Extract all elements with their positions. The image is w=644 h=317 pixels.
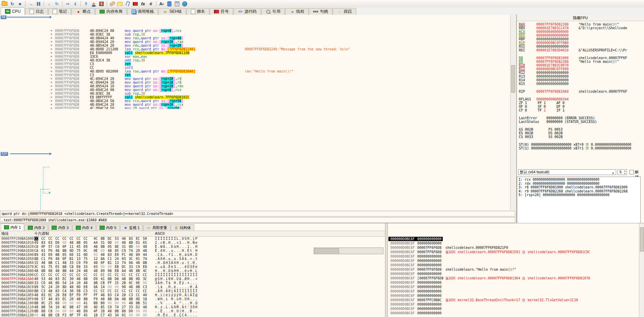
register-row-RAX[interactable]: RAX00007FF6F6D82268"Hello from main()!" [519, 22, 643, 26]
segment-row[interactable]: ES 002BDS 002B [519, 131, 643, 135]
stack-row[interactable]: 000000D0BC6F000000000000 [388, 285, 639, 289]
stack-scrollbar[interactable] [639, 223, 644, 317]
row-dot[interactable]: ● [51, 103, 54, 106]
register-row-R10[interactable]: R10000001E7883C0070 [519, 63, 643, 67]
stack-row[interactable]: 000000D0BC6F000000000000 [388, 280, 639, 285]
dump-row[interactable]: 00007FFC09BA10D08BC34883C4305BC3CCCCCCCC… [0, 289, 385, 293]
row-dot[interactable]: ● [51, 51, 54, 55]
disasm-row[interactable]: ●00007FF6F6D848:83EC 38sub rsp,38 [0, 33, 385, 36]
disasm-row[interactable]: ●00007FF6F6D84C:8B4C24 50mov r9,qword pt… [0, 106, 385, 109]
disasm-row[interactable]: ●00007FF6F6D833C0xor eax,eax [0, 55, 385, 58]
row-dot[interactable]: ● [51, 40, 54, 44]
status-register-row[interactable]: LastStatus00000000 (STATUS_SUCCESS) [519, 120, 643, 124]
disasm-row[interactable]: ●00007FF6F6D8C3ret [0, 62, 385, 66]
stack-row[interactable]: 000000D0BC6F000000000000 [388, 272, 639, 276]
disasm-row[interactable]: ●00007FF6F6D848:894C24 08mov qword ptr s… [0, 29, 385, 33]
restart-icon[interactable]: ↻ [9, 1, 16, 7]
row-dot[interactable]: ● [51, 106, 54, 109]
scrollbar-thumb[interactable] [314, 248, 339, 254]
register-row-RIP[interactable]: RIP00007FF6F6D810A9shellcodelearn.00007F… [519, 90, 643, 93]
row-dot[interactable]: ● [51, 99, 54, 103]
register-row-RFLAGS[interactable]: RFLAGS0000000000000344 [519, 97, 643, 101]
dump-row[interactable]: 00007FFC09BA1000CCCCCCCCCCCCCCCC4C8BDC53… [0, 237, 385, 241]
script-s-icon[interactable]: S [98, 1, 105, 7]
dump-row[interactable]: 00007FFC09BA10E04883EC28E8EFFDFFFF4883C4… [0, 293, 385, 297]
tab-SEH链[interactable]: ∞SEH链 [158, 8, 186, 15]
row-dot[interactable]: ● [51, 88, 54, 92]
disassembly-pane[interactable]: ●00007FF6F6D848:894C24 08mov qword ptr s… [0, 15, 510, 210]
register-row-RBX[interactable]: RBX000001E7883CC470&"D:\\project\\Shellc… [519, 26, 643, 30]
stack-row[interactable]: 000000D0BC6F00007FF6F6D8shellcodelearn.0… [388, 245, 639, 250]
pane-splitter[interactable] [385, 223, 388, 317]
comment-icon[interactable] [116, 1, 123, 7]
execute-till-return-icon[interactable]: ⇑ [83, 1, 90, 7]
tab-监视 1[interactable]: ◉监视 1 [120, 224, 143, 231]
favourites-icon[interactable] [132, 1, 139, 7]
dump-row[interactable]: 00007FFC09BA106015488BC14833C0F0480FB113… [0, 261, 385, 265]
tab-句柄[interactable]: 句柄 [309, 8, 332, 15]
dump-row[interactable]: 00007FFC09BA10B033C0488D542420488BCBFF15… [0, 281, 385, 285]
status-register-row[interactable]: LastError00000000 (ERROR_SUCCESS) [519, 116, 643, 120]
stack-row[interactable]: 000000D0BC6F000000000000 [388, 311, 639, 315]
disasm-row[interactable]: ●00007FF6F6D848:894424 20mov qword ptr s… [0, 40, 385, 44]
row-dot[interactable]: ● [51, 29, 54, 33]
stack-row[interactable]: 000000D0BC6F000000000000 [388, 237, 639, 241]
tab-跟踪[interactable]: ∴跟踪 [333, 8, 356, 15]
dump-row[interactable]: 00007FFC09BA11208B88C800000048894F28488B… [0, 309, 385, 313]
row-dot[interactable]: ● [51, 84, 54, 88]
registers-panel[interactable]: 隐藏FPU RAX00007FF6F6D82268"Hello from mai… [516, 15, 644, 239]
attach-icon[interactable] [90, 1, 97, 7]
stack-row[interactable]: 000000D0BC6F000000000000 [388, 289, 639, 293]
segment-row[interactable]: GS 002BFS 0053 [519, 128, 643, 131]
arg-count-stepper[interactable]: 5▲▼ [618, 169, 627, 175]
disasm-row[interactable]: ●00007FF6F6D848:895424 10mov qword ptr s… [0, 84, 385, 88]
open-file-icon[interactable] [1, 1, 8, 7]
font-icon[interactable]: Az [158, 1, 165, 7]
disasm-row[interactable]: ●00007FF6F6D8E8 E4000000call shellcodele… [0, 51, 385, 55]
stack-row[interactable]: 000000D0BC6F00007FF6F6D8返回到 shellcodelea… [388, 250, 639, 254]
row-dot[interactable]: ● [51, 33, 54, 36]
row-dot[interactable]: ● [51, 47, 54, 51]
step-over-icon[interactable]: ↻ [53, 1, 60, 7]
globe-icon[interactable] [181, 1, 188, 7]
register-row-RSI[interactable]: RSI0000000000000000 [519, 45, 643, 48]
disasm-row[interactable]: ●00007FF6F6D848:83C4 38add rsp,38 [0, 58, 385, 62]
attachments-icon[interactable] [124, 1, 131, 7]
stack-row[interactable]: 000000D0BC6F000000000000 [388, 293, 639, 298]
register-row-R15[interactable]: R150000000000000000 [519, 82, 643, 86]
row-dot[interactable]: ● [51, 58, 54, 62]
argument-row[interactable]: 4: r9 00007FF6F6D82268 shellcodelearn.00… [519, 189, 639, 193]
spinner-arrows-icon[interactable]: ▲▼ [624, 170, 626, 175]
tab-内存 4[interactable]: 内存 4 [72, 224, 96, 231]
row-dot[interactable]: ● [51, 92, 54, 95]
row-dot[interactable]: ● [51, 55, 54, 58]
row-dot[interactable]: ● [51, 62, 54, 66]
tab-CPU[interactable]: 64CPU [1, 7, 25, 15]
disassembly-scrollbar[interactable] [510, 15, 516, 210]
run-icon[interactable]: → [27, 1, 34, 7]
tab-内存 5[interactable]: 内存 5 [96, 224, 120, 231]
stack-row[interactable]: 000000D0BC6F000000000000 [388, 302, 639, 307]
scrollbar-thumb[interactable] [511, 65, 515, 93]
run-to-cursor-icon[interactable]: ⇒ [64, 1, 71, 7]
stack-pane[interactable]: 000000D0BC6F000000000000000000D0BC6F0000… [388, 223, 639, 317]
stack-row[interactable]: 000000D0BC6F000000000000 [388, 254, 639, 259]
flags-row[interactable]: OF 0SF 0DF 0 [519, 105, 643, 108]
tab-内存 2[interactable]: 内存 2 [24, 224, 48, 231]
dump-row[interactable]: 00007FFC09BA10A040534883EC30488BD9418BD8… [0, 277, 385, 281]
unlock-checkbox[interactable] [630, 170, 634, 174]
calling-convention-select[interactable]: 默认 (x64 fastcall)▼ [518, 169, 616, 175]
dump-row[interactable]: 00007FFC09BA10F008574883EC20488BF9488BDA… [0, 297, 385, 301]
register-row-RDI[interactable]: RDI000001E7883D4010&"ALLUSERSPROFILE=C:\… [519, 48, 643, 52]
register-row-R13[interactable]: R130000000000000000 [519, 75, 643, 78]
tab-脚本[interactable]: 脚本 [186, 8, 209, 15]
step-into-icon[interactable]: ↓ [46, 1, 53, 7]
dump-row[interactable]: 00007FFC09BA1010498363D000488B05A4310D00… [0, 241, 385, 245]
stack-row[interactable]: 000000D0BC6F00007FF6F6D8shellcodelearn."… [388, 267, 639, 272]
fpu-register-row-ST(0)[interactable]: ST(0) 00000000000000000000 x87r0 空 0.000… [519, 143, 643, 146]
tab-内存布局[interactable]: 内存布局 [95, 8, 127, 15]
register-row-R12[interactable]: R120000000000000000 [519, 71, 643, 75]
modules-icon[interactable] [166, 1, 173, 7]
tab-源代码[interactable]: <>源代码 [233, 8, 261, 15]
dump-row[interactable]: 00007FFC09BA113000488BCBF30F7F4518C74334… [0, 313, 385, 317]
